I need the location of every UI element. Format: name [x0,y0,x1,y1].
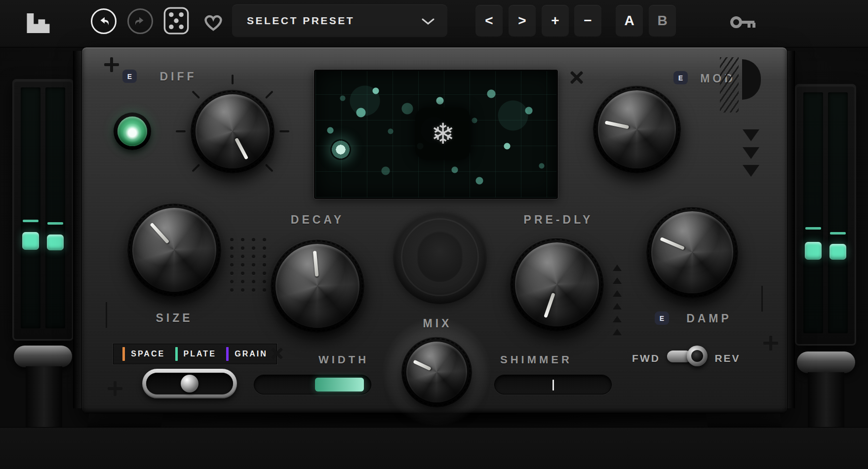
half-disc-decoration [742,59,761,100]
plus-mark [763,336,778,351]
redo-button[interactable] [127,8,153,34]
shimmer-slider-tick [552,380,554,391]
knob-pointer [313,251,318,277]
top-bar: SELECT PRESET < > + − A B [0,0,868,47]
plus-mark [108,381,122,396]
rev-label: REV [707,352,749,364]
meter-left-slot-1 [21,87,40,328]
decrement-button[interactable]: − [574,5,601,37]
favorite-heart-button[interactable] [200,11,226,33]
mode-selector: SPACE PLATE GRAIN [113,344,277,364]
up-triangles [613,265,622,335]
mode-option-label: GRAIN [235,350,268,358]
preset-dropdown-label: SELECT PRESET [247,15,355,27]
knob-pointer [150,223,169,244]
fwd-label: FWD [625,352,667,364]
meter-left [12,79,74,341]
preset-next-button[interactable]: > [509,5,536,37]
mode-option-label: PLATE [184,350,216,358]
diff-knob[interactable] [191,89,275,173]
pre-dly-label: PRE-DLY [512,213,605,227]
e-badge-mod[interactable]: E [673,71,688,84]
mode-slider-handle[interactable] [181,375,198,392]
meter-left-slot-2 [45,87,65,328]
decay-knob[interactable] [271,239,364,333]
undo-icon [97,15,110,28]
mode-option-grain[interactable]: GRAIN [226,347,268,361]
mode-slider[interactable] [142,369,237,398]
knob-pointer [235,138,249,159]
shimmer-label: SHIMMER [492,353,581,366]
ab-compare-b-button[interactable]: B [649,5,676,37]
mix-knob[interactable] [401,337,472,407]
decay-label: DECAY [271,213,364,227]
diff-led-button[interactable] [114,113,151,150]
mode-option-plate[interactable]: PLATE [175,347,216,361]
damp-label: DAMP [677,312,741,325]
mode-color-bar [175,347,178,361]
e-badge-diff[interactable]: E [122,70,137,83]
pre-dly-knob[interactable] [510,237,604,331]
edge-tick [761,286,763,312]
width-slider[interactable] [254,375,371,394]
star-mark [270,347,283,360]
panel-edge-left [73,51,81,408]
key-icon[interactable] [730,13,757,32]
freeze-button[interactable]: ❄ [415,108,471,160]
fader-handle[interactable] [829,244,846,260]
bottom-bar: i MODE: Space (Hall/Room/Chamber) / Plat… [0,427,868,469]
e-badge-damp[interactable]: E [655,312,669,325]
mode-option-space[interactable]: SPACE [122,347,165,361]
fader-handle[interactable] [47,234,64,250]
knob-pointer [660,237,684,251]
mode-slider-track [146,373,233,394]
dice-randomize-button[interactable] [163,6,190,36]
panel-edge-right [787,51,795,408]
toggle-hub [687,346,708,366]
visualizer-screen[interactable]: ❄ [314,70,558,199]
redo-icon [134,15,147,28]
shimmer-slider[interactable] [494,375,612,394]
mod-knob[interactable] [593,85,681,173]
main-panel: E DIFF ❄ E MOD [81,47,788,413]
glow-dot [330,139,351,160]
preset-dropdown[interactable]: SELECT PRESET [232,4,447,37]
meter-peak [830,232,846,234]
dot-grid [230,238,266,292]
hatch-decoration [720,57,739,113]
knob-pointer [413,359,432,370]
damp-knob[interactable] [646,206,738,298]
mode-color-bar [226,347,229,361]
direction-toggle[interactable] [667,345,708,367]
chevron-down-icon [422,18,434,25]
meter-peak [47,222,63,225]
close-icon [568,70,584,85]
width-slider-fill [315,378,364,391]
meter-peak [23,220,39,222]
meter-peak [805,227,821,230]
increment-button[interactable]: + [542,5,569,37]
snowflake-icon: ❄ [431,119,455,148]
knob-pointer [544,293,555,318]
meter-right [795,84,856,346]
fader-handle[interactable] [22,232,39,250]
fader-handle[interactable] [805,242,822,260]
preset-prev-button[interactable]: < [475,5,503,37]
size-label: SIZE [140,312,209,325]
ab-compare-a-button[interactable]: A [616,5,643,37]
mode-option-label: SPACE [131,350,165,358]
knob-pointer [604,121,629,129]
meter-right-slot-2 [828,92,848,333]
mode-color-bar [122,347,125,361]
hinge-right [797,352,855,373]
plus-mark [104,57,119,72]
size-knob[interactable] [127,203,221,297]
led-core [118,117,147,146]
plugin-window: SELECT PRESET < > + − A B [0,0,868,469]
meter-right-slot-1 [803,92,823,333]
edge-tick [106,302,107,328]
wolf-emblem [393,210,487,304]
brand-logo-icon[interactable] [24,12,54,35]
undo-button[interactable] [91,8,117,34]
down-triangles [743,129,759,177]
